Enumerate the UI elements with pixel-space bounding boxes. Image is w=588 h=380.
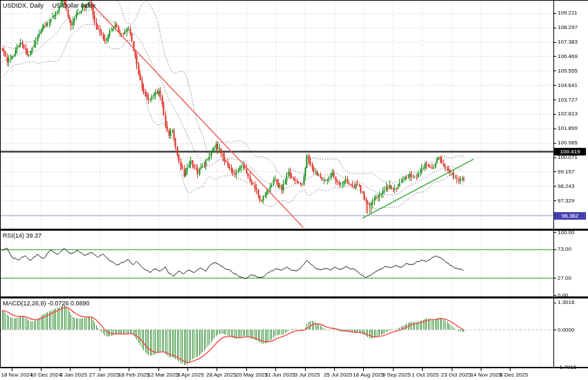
- trading-chart-window: USDIDX, Daily US Dollar Index RSI(14) 39…: [0, 0, 588, 380]
- chart-canvas[interactable]: [0, 0, 588, 380]
